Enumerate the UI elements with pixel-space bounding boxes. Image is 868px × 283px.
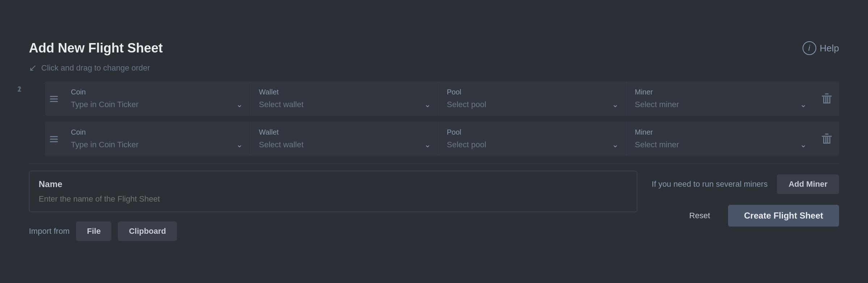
right-section: If you need to run several miners Add Mi… [652,171,839,227]
svg-rect-17 [823,143,830,144]
reset-button[interactable]: Reset [682,206,717,225]
help-button[interactable]: i Help [803,41,839,55]
clipboard-button[interactable]: Clipboard [118,221,177,241]
svg-rect-0 [50,96,58,97]
svg-rect-4 [825,93,829,94]
miner-label-1: Miner [635,88,807,96]
drag-hint: ↙ Click and drag to change order [29,62,839,73]
miner-row-2: Coin Type in Coin Ticker ⌄ Wallet Select… [45,122,839,156]
create-flight-sheet-button[interactable]: Create Flight Sheet [728,205,839,227]
wallet-label-1: Wallet [259,88,431,96]
pool-chevron-2: ⌄ [612,140,618,149]
svg-rect-19 [827,137,828,144]
svg-rect-1 [50,98,58,100]
pool-value-1: Select pool [447,100,486,109]
svg-rect-13 [822,136,832,137]
pool-select-1[interactable]: Select pool ⌄ [447,100,619,109]
coin-chevron-1: ⌄ [236,100,243,109]
pool-value-2: Select pool [447,140,486,149]
coin-value-1: Type in Coin Ticker [71,100,139,109]
coin-label-2: Coin [71,128,243,136]
miner-row-1-container: 1 Coin Type in Coin Ticker ⌄ [45,81,839,116]
pool-label-1: Pool [447,88,619,96]
coin-chevron-2: ⌄ [236,140,243,149]
bottom-section: Name Import from File Clipboard If you n… [29,171,839,241]
pool-field-1[interactable]: Pool Select pool ⌄ [439,81,627,116]
name-label: Name [39,179,627,189]
drag-handle-2[interactable] [45,122,63,156]
wallet-value-2: Select wallet [259,140,304,149]
wallet-value-1: Select wallet [259,100,304,109]
section-divider [29,163,839,164]
coin-field-1[interactable]: Coin Type in Coin Ticker ⌄ [63,81,251,116]
name-input[interactable] [39,194,627,204]
name-section: Name Import from File Clipboard [29,171,637,241]
rows-wrapper: 1 Coin Type in Coin Ticker ⌄ [29,81,839,156]
name-box: Name [29,171,637,212]
import-label: Import from [29,227,69,236]
miner-label-2: Miner [635,128,807,136]
coin-field-2[interactable]: Coin Type in Coin Ticker ⌄ [63,122,251,156]
miner-value-2: Select miner [635,140,679,149]
add-miner-button[interactable]: Add Miner [777,174,839,194]
svg-rect-9 [827,97,828,104]
pool-select-2[interactable]: Select pool ⌄ [447,140,619,149]
miner-chevron-1: ⌄ [800,100,807,109]
actions-row: Reset Create Flight Sheet [682,205,839,227]
delete-row-2-button[interactable] [814,122,839,156]
coin-select-2[interactable]: Type in Coin Ticker ⌄ [71,140,243,149]
row-number-2: 2 [17,85,21,93]
miner-chevron-2: ⌄ [800,140,807,149]
wallet-label-2: Wallet [259,128,431,136]
modal-header: Add New Flight Sheet i Help [29,41,839,56]
svg-rect-11 [50,139,58,140]
miner-value-1: Select miner [635,100,679,109]
wallet-chevron-1: ⌄ [424,100,431,109]
modal-title: Add New Flight Sheet [29,41,163,56]
help-icon: i [803,41,816,55]
pool-chevron-1: ⌄ [612,100,618,109]
add-flight-sheet-modal: Add New Flight Sheet i Help ↙ Click and … [14,28,854,255]
coin-value-2: Type in Coin Ticker [71,140,139,149]
svg-rect-10 [50,136,58,137]
svg-rect-7 [823,102,830,104]
miner-field-1[interactable]: Miner Select miner ⌄ [627,81,814,116]
miner-row-2-container: 2 Coin Type in Coin Ticker ⌄ [45,122,839,156]
svg-rect-12 [50,141,58,142]
svg-rect-14 [825,134,829,135]
miner-select-2[interactable]: Select miner ⌄ [635,140,807,149]
pool-label-2: Pool [447,128,619,136]
help-label: Help [820,43,839,54]
svg-rect-3 [822,96,832,97]
svg-rect-2 [50,101,58,102]
wallet-field-1[interactable]: Wallet Select wallet ⌄ [251,81,439,116]
miner-field-2[interactable]: Miner Select miner ⌄ [627,122,814,156]
wallet-select-2[interactable]: Select wallet ⌄ [259,140,431,149]
add-miner-hint: If you need to run several miners [652,179,767,189]
coin-label-1: Coin [71,88,243,96]
svg-rect-18 [825,137,826,144]
wallet-select-1[interactable]: Select wallet ⌄ [259,100,431,109]
add-miner-row: If you need to run several miners Add Mi… [652,174,839,194]
delete-row-1-button[interactable] [814,81,839,116]
pool-field-2[interactable]: Pool Select pool ⌄ [439,122,627,156]
wallet-field-2[interactable]: Wallet Select wallet ⌄ [251,122,439,156]
drag-handle-1[interactable] [45,81,63,116]
drag-hint-text: Click and drag to change order [41,63,150,73]
drag-down-icon: ↙ [29,62,37,73]
wallet-chevron-2: ⌄ [424,140,431,149]
coin-select-1[interactable]: Type in Coin Ticker ⌄ [71,100,243,109]
svg-rect-8 [825,97,826,104]
file-button[interactable]: File [76,221,111,241]
miner-row-1: Coin Type in Coin Ticker ⌄ Wallet Select… [45,81,839,116]
miner-select-1[interactable]: Select miner ⌄ [635,100,807,109]
